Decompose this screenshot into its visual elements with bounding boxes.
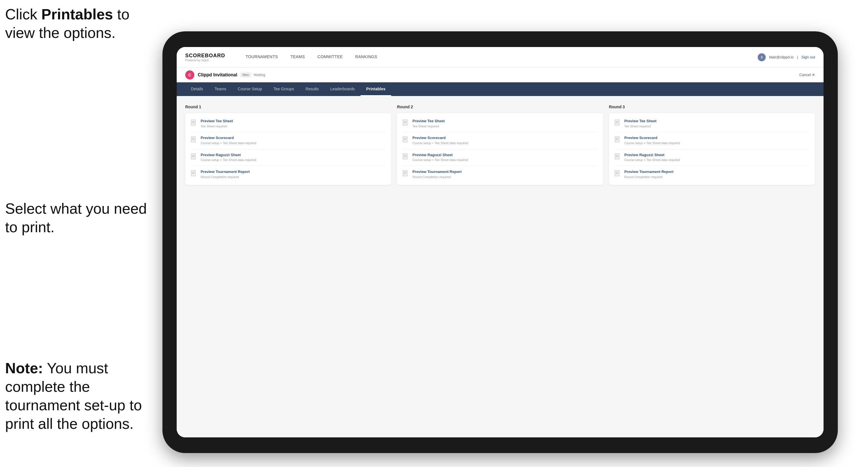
tab-results[interactable]: Results — [300, 82, 324, 96]
print-subtitle: Course setup + Tee Sheet data required — [200, 158, 256, 162]
tab-bar: Details Teams Course Setup Tee Groups Re… — [177, 82, 824, 96]
round-section-2: Round 2 Preview Tee Sheet Tee Sheet requ… — [397, 104, 603, 185]
print-item-r3-2[interactable]: Preview Scorecard Course setup + Tee She… — [615, 132, 809, 149]
doc-icon — [615, 153, 621, 161]
print-item-r2-3[interactable]: Preview Raguzzi Sheet Course setup + Tee… — [403, 149, 597, 166]
print-item-r1-4[interactable]: Preview Tournament Report Round Completi… — [191, 166, 385, 179]
rounds-container: Round 1 Preview Tee Sheet Tee Sheet requ… — [185, 104, 815, 185]
tab-course-setup[interactable]: Course Setup — [232, 82, 268, 96]
instruction-bot: Note: You must complete the tournament s… — [5, 359, 153, 433]
tab-teams[interactable]: Teams — [209, 82, 232, 96]
instruction-mid: Select what you need to print. — [5, 199, 153, 237]
doc-icon — [191, 153, 197, 161]
sign-out-link[interactable]: Sign out — [801, 55, 815, 59]
nav-committee[interactable]: COMMITTEE — [311, 47, 349, 67]
printables-bold: Printables — [41, 6, 113, 23]
top-nav: SCOREBOARD Powered by clippd TOURNAMENTS… — [177, 47, 824, 67]
doc-icon — [403, 119, 409, 127]
svg-rect-32 — [403, 170, 407, 176]
nav-separator: | — [797, 55, 798, 59]
print-item-r1-2[interactable]: Preview Scorecard Course setup + Tee She… — [191, 132, 385, 149]
print-item-r2-1[interactable]: Preview Tee Sheet Tee Sheet required — [403, 119, 597, 132]
print-title: Preview Scorecard — [624, 136, 680, 141]
user-email: blair@clippd.io — [769, 55, 793, 59]
top-nav-right: B blair@clippd.io | Sign out — [758, 53, 815, 61]
doc-icon — [615, 136, 621, 144]
svg-rect-8 — [191, 136, 195, 142]
doc-icon — [615, 119, 621, 127]
print-title: Preview Raguzzi Sheet — [200, 153, 256, 158]
print-title: Preview Raguzzi Sheet — [412, 153, 468, 158]
doc-icon — [403, 153, 409, 161]
round-1-title: Round 1 — [185, 104, 391, 109]
print-subtitle: Round Completion required — [624, 175, 673, 179]
print-item-r3-3[interactable]: Preview Raguzzi Sheet Course setup + Tee… — [615, 149, 809, 166]
print-item-r3-1[interactable]: Preview Tee Sheet Tee Sheet required — [615, 119, 809, 132]
instruction-top: Click Printables to view the options. — [5, 5, 153, 42]
print-subtitle: Round Completion required — [200, 175, 250, 179]
round-section-1: Round 1 Preview Tee Sheet Tee Sheet requ… — [185, 104, 391, 185]
svg-rect-24 — [403, 136, 407, 142]
sub-header: C Clippd Invitational Men Hosting Cancel… — [177, 67, 824, 82]
print-item-r2-4[interactable]: Preview Tournament Report Round Completi… — [403, 166, 597, 179]
tablet-screen: SCOREBOARD Powered by clippd TOURNAMENTS… — [177, 47, 824, 437]
tab-printables[interactable]: Printables — [361, 82, 391, 96]
print-title: Preview Tournament Report — [200, 169, 250, 175]
print-subtitle: Course setup + Tee Sheet data required — [412, 141, 468, 145]
main-content: Round 1 Preview Tee Sheet Tee Sheet requ… — [177, 96, 824, 437]
round-2-title: Round 2 — [397, 104, 603, 109]
round-section-3: Round 3 Preview Tee Sheet Tee Sheet requ… — [609, 104, 815, 185]
print-subtitle: Course setup + Tee Sheet data required — [624, 141, 680, 145]
tournament-name: Clippd Invitational — [198, 72, 237, 77]
nav-teams[interactable]: TEAMS — [284, 47, 311, 67]
doc-icon — [403, 170, 409, 178]
doc-icon — [191, 170, 197, 178]
print-title: Preview Raguzzi Sheet — [624, 153, 680, 158]
nav-rankings[interactable]: RANKINGS — [349, 47, 383, 67]
print-subtitle: Course setup + Tee Sheet data required — [624, 158, 680, 162]
tab-details[interactable]: Details — [185, 82, 209, 96]
print-title: Preview Tee Sheet — [624, 119, 656, 124]
svg-rect-40 — [615, 136, 619, 142]
tournament-status: Hosting — [254, 73, 265, 77]
round-1-card: Preview Tee Sheet Tee Sheet required Pre… — [185, 113, 391, 185]
print-subtitle: Course setup + Tee Sheet data required — [200, 141, 256, 145]
doc-icon — [615, 170, 621, 178]
brand: SCOREBOARD Powered by clippd — [185, 53, 225, 62]
main-nav: TOURNAMENTS TEAMS COMMITTEE RANKINGS — [239, 47, 758, 67]
cancel-button[interactable]: Cancel ✕ — [799, 73, 815, 77]
nav-tournaments[interactable]: TOURNAMENTS — [239, 47, 284, 67]
print-subtitle: Tee Sheet required — [200, 124, 233, 128]
print-title: Preview Tournament Report — [624, 169, 673, 175]
print-title: Preview Tournament Report — [412, 169, 461, 175]
brand-title: SCOREBOARD — [185, 53, 225, 59]
round-3-card: Preview Tee Sheet Tee Sheet required Pre… — [609, 113, 815, 185]
round-3-title: Round 3 — [609, 104, 815, 109]
svg-rect-36 — [615, 120, 619, 125]
doc-icon — [403, 136, 409, 144]
svg-rect-4 — [191, 120, 195, 125]
tablet-frame: SCOREBOARD Powered by clippd TOURNAMENTS… — [162, 31, 838, 453]
note-bold: Note: — [5, 360, 43, 376]
tab-tee-groups[interactable]: Tee Groups — [268, 82, 300, 96]
doc-icon — [191, 119, 197, 127]
svg-rect-20 — [403, 120, 407, 125]
print-item-r3-4[interactable]: Preview Tournament Report Round Completi… — [615, 166, 809, 179]
print-item-r1-1[interactable]: Preview Tee Sheet Tee Sheet required — [191, 119, 385, 132]
print-title: Preview Tee Sheet — [200, 119, 233, 124]
print-subtitle: Tee Sheet required — [624, 124, 656, 128]
tournament-badge: Men — [240, 72, 251, 77]
print-item-r2-2[interactable]: Preview Scorecard Course setup + Tee She… — [403, 132, 597, 149]
round-2-card: Preview Tee Sheet Tee Sheet required Pre… — [397, 113, 603, 185]
print-title: Preview Scorecard — [412, 136, 468, 141]
svg-rect-16 — [191, 170, 195, 176]
print-item-r1-3[interactable]: Preview Raguzzi Sheet Course setup + Tee… — [191, 149, 385, 166]
svg-rect-28 — [403, 154, 407, 159]
user-avatar: B — [758, 53, 766, 61]
tournament-logo: C — [185, 70, 194, 80]
tab-leaderboards[interactable]: Leaderboards — [324, 82, 361, 96]
print-title: Preview Scorecard — [200, 136, 256, 141]
print-title: Preview Tee Sheet — [412, 119, 444, 124]
doc-icon — [191, 136, 197, 144]
brand-sub: Powered by clippd — [185, 59, 225, 62]
